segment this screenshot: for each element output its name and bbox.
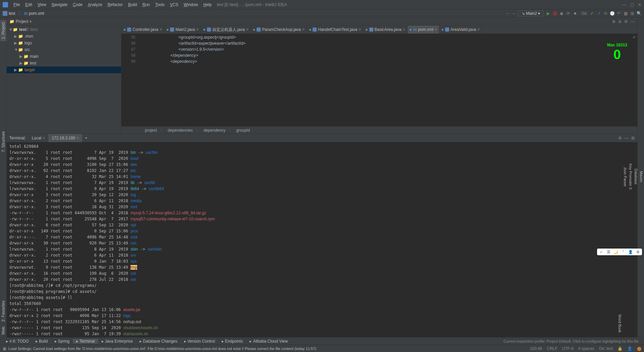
- menu-navigate[interactable]: Navigate: [49, 2, 70, 7]
- dropdown-icon[interactable]: ▾: [30, 19, 32, 24]
- ime-toolbar[interactable]: ✓ 英 🌙 " 👤 ⚙: [597, 249, 642, 255]
- terminal-add-tab[interactable]: +: [82, 135, 90, 141]
- tool-tab-project[interactable]: 1: Project: [0, 20, 6, 41]
- terminal-output[interactable]: total 629864 lrwxrwxrwx. 1 root root 7 A…: [7, 142, 637, 337]
- tool-tab-structure[interactable]: 7: Structure: [0, 129, 6, 154]
- menu-code[interactable]: Code: [70, 2, 85, 7]
- close-icon[interactable]: ✕: [638, 2, 641, 7]
- minimize-icon[interactable]: —: [622, 2, 626, 7]
- git-update-icon[interactable]: ⟲: [603, 11, 608, 16]
- stop-icon[interactable]: ■: [573, 11, 577, 16]
- git-push-icon[interactable]: ↗: [596, 11, 601, 16]
- breadcrumb-item[interactable]: groupId: [236, 128, 250, 133]
- menu-tools[interactable]: Tools: [153, 2, 167, 7]
- menu-vcs[interactable]: VCS: [167, 2, 181, 7]
- tool-tab-web[interactable]: Web: [0, 324, 6, 337]
- bottom-tab[interactable]: ▸≡ 6: TODO: [3, 339, 32, 344]
- ime-person-icon[interactable]: 👤: [628, 249, 633, 255]
- menu-help[interactable]: Help: [201, 2, 214, 7]
- bottom-tab[interactable]: ▸Endpoints: [218, 339, 246, 344]
- tree-item[interactable]: ▼📁test E:\test: [7, 26, 121, 33]
- notification-icon[interactable]: ⬤: [637, 346, 641, 351]
- menu-run[interactable]: Run: [140, 2, 153, 7]
- nav-module[interactable]: test: [9, 11, 15, 16]
- editor-tab[interactable]: ●Controller.java×: [121, 26, 164, 34]
- menu-refactor[interactable]: Refactor: [105, 2, 125, 7]
- locate-icon[interactable]: ⊕: [612, 19, 615, 24]
- editor-tab[interactable]: ●自定义机器人.java×: [201, 26, 251, 34]
- inspection-hint[interactable]: Current inspection profile: Project Defa…: [503, 339, 641, 343]
- hide-icon[interactable]: —: [631, 19, 635, 24]
- breadcrumb-item[interactable]: dependency: [204, 128, 225, 133]
- menu-build[interactable]: Build: [125, 2, 140, 7]
- tree-item[interactable]: ▼📁src: [7, 46, 121, 53]
- structure-icon[interactable]: ▦: [623, 11, 628, 16]
- tree-item[interactable]: ▶📁logs: [7, 40, 121, 46]
- project-tree[interactable]: ▼📁test E:\test▶📁.mvn▶📁logs▼📁src▶📁main▶📁t…: [7, 26, 121, 134]
- terminal-layout-icon[interactable]: ⊞: [631, 136, 635, 140]
- bottom-tab[interactable]: ▸Java Enterprise: [98, 339, 136, 344]
- file-encoding[interactable]: UTF-8: [562, 346, 574, 351]
- tree-item[interactable]: ▶📁test: [7, 60, 121, 67]
- menu-window[interactable]: Window: [181, 2, 201, 7]
- nav-file[interactable]: m pom.xml: [24, 11, 44, 16]
- inspection-ok-icon[interactable]: ✔: [633, 35, 636, 40]
- git-commit-icon[interactable]: ✔: [590, 11, 594, 16]
- ime-comma-icon[interactable]: ": [621, 249, 626, 255]
- editor-tab[interactable]: ●HandelChainTest.java×: [307, 26, 363, 34]
- editor-tab[interactable]: ●Main2.java×: [164, 26, 201, 34]
- nav-back-icon[interactable]: ←: [506, 11, 510, 16]
- line-separator[interactable]: CRLF: [547, 346, 557, 351]
- search-icon[interactable]: 🔍: [637, 11, 641, 16]
- bottom-tab[interactable]: ▸Alibaba Cloud View: [246, 339, 291, 344]
- ime-gear-icon[interactable]: ⚙: [635, 249, 641, 255]
- terminal-tab-local[interactable]: Local ×: [29, 134, 49, 142]
- layout-icon[interactable]: ⊞: [630, 11, 635, 16]
- tool-tab-keypromoter[interactable]: Key Promoter X: [628, 162, 633, 192]
- run-icon[interactable]: ▶: [546, 11, 550, 16]
- git-branch[interactable]: Git: test: [599, 346, 613, 351]
- status-icon[interactable]: ▣: [3, 346, 6, 351]
- profile-icon[interactable]: ⟳: [566, 11, 571, 16]
- breadcrumb-item[interactable]: project: [145, 128, 157, 133]
- inspector-icon[interactable]: 👤: [627, 346, 632, 351]
- breadcrumb-item[interactable]: dependencies: [168, 128, 193, 133]
- nav-fwd-icon[interactable]: →: [512, 11, 516, 16]
- window-controls[interactable]: — ▢ ✕: [622, 2, 641, 7]
- editor-breadcrumb[interactable]: project〉dependencies〉dependency〉groupId: [121, 126, 637, 134]
- menu-view[interactable]: View: [35, 2, 49, 7]
- bottom-tab[interactable]: ▸Database Changes: [136, 339, 181, 344]
- ime-moon-icon[interactable]: 🌙: [613, 249, 619, 255]
- terminal-hide-icon[interactable]: —: [625, 136, 629, 140]
- terminal-tab-remote[interactable]: 172.18.3.180 ×: [48, 134, 82, 142]
- collapse-icon[interactable]: ⇊: [618, 19, 622, 24]
- bottom-tab[interactable]: ▸Terminal: [73, 339, 98, 344]
- tree-item[interactable]: ▶📁main: [7, 53, 121, 60]
- menu-file[interactable]: File: [11, 2, 22, 7]
- tree-item[interactable]: ▶📁.mvn: [7, 33, 121, 40]
- bottom-tab[interactable]: ▸Version Control: [181, 339, 218, 344]
- editor-tab[interactable]: ●mpom.xml×: [408, 26, 439, 34]
- git-revert-icon[interactable]: ↶: [616, 11, 621, 16]
- run-config-selector[interactable]: ↘ Main2 ▾: [518, 10, 544, 16]
- coverage-icon[interactable]: ◉: [559, 11, 564, 16]
- git-history-icon[interactable]: 🕘: [610, 11, 614, 16]
- tool-tab-favorites[interactable]: 2: Favorites: [0, 299, 6, 324]
- code-lines[interactable]: <groupId>org.aspectj</groupId><artifactI…: [138, 34, 246, 126]
- ime-lang-icon[interactable]: 英: [606, 249, 611, 255]
- menu-analyze[interactable]: Analyze: [85, 2, 105, 7]
- caret-position[interactable]: 100:48: [530, 346, 542, 351]
- bottom-tab[interactable]: ▸Build: [32, 339, 51, 344]
- code-area[interactable]: 9596979899 <groupId>org.aspectj</groupId…: [121, 34, 637, 126]
- editor-tab[interactable]: ●BasicArea.java×: [363, 26, 407, 34]
- gear-icon[interactable]: ⚙: [624, 19, 628, 24]
- lock-icon[interactable]: 🔒: [618, 346, 623, 351]
- indent-config[interactable]: 4 spaces: [578, 346, 594, 351]
- editor-tab[interactable]: ●AreaValid.java×: [439, 26, 482, 34]
- debug-icon[interactable]: 🐞: [552, 11, 557, 16]
- tool-tab-maven[interactable]: Maven: [639, 169, 644, 184]
- tree-item[interactable]: ▶📁target: [7, 67, 121, 73]
- tool-tab-wordbook[interactable]: Word Book: [617, 312, 623, 335]
- tool-tab-database[interactable]: Database: [633, 167, 639, 186]
- tool-tab-jsonparser[interactable]: Json Parser: [623, 165, 628, 189]
